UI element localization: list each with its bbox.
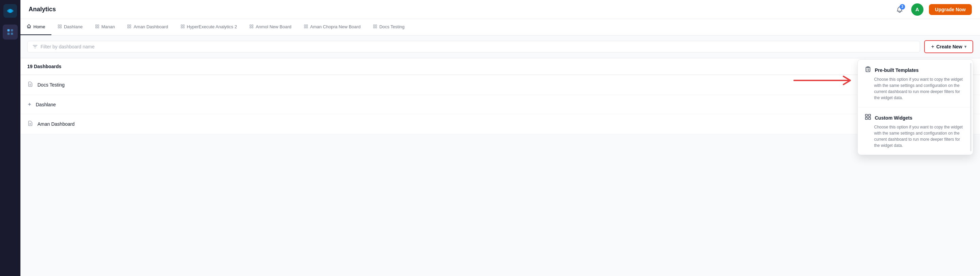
tab-aman-dashboard[interactable]: Aman Dashboard xyxy=(121,19,174,35)
svg-rect-9 xyxy=(60,27,61,28)
tab-home-label: Home xyxy=(33,24,45,29)
svg-rect-16 xyxy=(128,27,129,28)
svg-rect-33 xyxy=(375,27,377,28)
svg-rect-7 xyxy=(60,24,61,26)
dashboard-list: 19 Dashboards Docs Testing ✦ Dashlane Am… xyxy=(21,58,980,134)
svg-rect-15 xyxy=(130,24,131,26)
list-item[interactable]: Docs Testing xyxy=(21,75,980,95)
prebuilt-title: Pre-built Templates xyxy=(875,67,919,73)
svg-point-1 xyxy=(8,9,12,13)
svg-rect-20 xyxy=(181,27,182,28)
plus-icon: + xyxy=(931,44,934,50)
svg-rect-6 xyxy=(58,24,59,26)
prebuilt-desc: Choose this option if you want to copy t… xyxy=(865,76,966,101)
svg-rect-25 xyxy=(252,27,253,28)
sidebar xyxy=(0,0,21,276)
svg-rect-4 xyxy=(8,33,10,35)
svg-rect-11 xyxy=(97,24,99,26)
list-item-icon-1 xyxy=(27,81,33,89)
tab-aman-chopra[interactable]: Aman Chopra New Board xyxy=(298,19,367,35)
svg-rect-13 xyxy=(97,27,99,28)
list-item-name-3: Aman Dashboard xyxy=(37,121,954,127)
svg-rect-10 xyxy=(95,24,97,26)
svg-rect-27 xyxy=(306,24,307,26)
sidebar-item-analytics[interactable] xyxy=(3,24,18,40)
avatar[interactable]: A xyxy=(911,3,923,16)
svg-rect-21 xyxy=(183,27,184,28)
filter-input-wrapper[interactable]: Filter by dashboard name xyxy=(27,41,920,53)
topbar: Analytics 3 A Upgrade Now xyxy=(21,0,980,19)
custom-title: Custom Widgets xyxy=(875,115,912,121)
tab-anmol-label: Anmol New Board xyxy=(256,24,291,29)
svg-rect-28 xyxy=(304,27,305,28)
tab-manan-label: Manan xyxy=(102,24,115,29)
list-item[interactable]: Aman Dashboard 1 hour ago xyxy=(21,114,980,134)
tab-anmol[interactable]: Anmol New Board xyxy=(243,19,298,35)
create-new-dropdown: Pre-built Templates Choose this option i… xyxy=(858,59,973,155)
list-item-name-2: Dashlane xyxy=(36,102,973,107)
tab-docs-label: Docs Testing xyxy=(379,24,404,29)
template-icon xyxy=(865,66,871,74)
dropdown-item-prebuilt[interactable]: Pre-built Templates Choose this option i… xyxy=(858,60,973,107)
svg-rect-36 xyxy=(865,118,868,120)
svg-rect-30 xyxy=(374,24,375,26)
create-new-button[interactable]: + Create New ▾ xyxy=(924,40,973,53)
dashboard-count: 19 Dashboards xyxy=(21,58,980,75)
upgrade-button[interactable]: Upgrade Now xyxy=(929,4,972,15)
tab-home[interactable]: Home xyxy=(21,19,51,35)
dropdown-item-header-2: Custom Widgets xyxy=(865,113,966,122)
svg-rect-34 xyxy=(865,115,868,116)
app-logo[interactable] xyxy=(3,4,17,18)
tab-hyperexecute[interactable]: HyperExecute Analytics 2 xyxy=(174,19,243,35)
filter-bar: Filter by dashboard name + Create New ▾ xyxy=(21,35,980,58)
dropdown-item-custom[interactable]: Custom Widgets Choose this option if you… xyxy=(858,107,973,155)
svg-rect-24 xyxy=(250,27,251,28)
tab-hyperexecute-label: HyperExecute Analytics 2 xyxy=(187,24,237,29)
notification-badge: 3 xyxy=(900,4,905,10)
page-title: Analytics xyxy=(29,6,894,13)
dashboard-icon-7 xyxy=(373,24,377,30)
svg-rect-31 xyxy=(375,24,377,26)
svg-rect-3 xyxy=(11,29,13,31)
svg-rect-23 xyxy=(252,24,253,26)
dashboard-icon-5 xyxy=(249,24,254,30)
dashboard-icon-1 xyxy=(57,24,62,30)
custom-widget-icon xyxy=(865,113,871,122)
svg-rect-22 xyxy=(250,24,251,26)
svg-rect-12 xyxy=(95,27,97,28)
tab-manan[interactable]: Manan xyxy=(89,19,121,35)
svg-rect-26 xyxy=(304,24,305,26)
list-item-icon-3 xyxy=(27,120,33,128)
custom-desc: Choose this option if you want to copy t… xyxy=(865,124,966,148)
dashboard-icon-3 xyxy=(127,24,131,30)
dashboard-icon-6 xyxy=(304,24,308,30)
list-item-name-1: Docs Testing xyxy=(37,82,973,88)
notification-button[interactable]: 3 xyxy=(894,3,906,16)
tabbar: Home Dashlane Manan Aman Dashboard Hyper… xyxy=(21,19,980,35)
svg-rect-17 xyxy=(130,27,131,28)
dashboard-icon-2 xyxy=(95,24,99,30)
svg-rect-8 xyxy=(58,27,59,28)
tab-dashlane[interactable]: Dashlane xyxy=(51,19,89,35)
create-new-label: Create New xyxy=(936,44,962,49)
list-item[interactable]: ✦ Dashlane xyxy=(21,95,980,114)
filter-placeholder: Filter by dashboard name xyxy=(41,44,95,49)
tab-aman-label: Aman Dashboard xyxy=(134,24,168,29)
svg-rect-37 xyxy=(869,118,871,120)
main-content: Analytics 3 A Upgrade Now Home xyxy=(21,0,980,276)
tab-aman-chopra-label: Aman Chopra New Board xyxy=(310,24,361,29)
filter-icon xyxy=(32,44,38,49)
svg-rect-29 xyxy=(306,27,307,28)
svg-rect-19 xyxy=(183,24,184,26)
list-item-icon-2: ✦ xyxy=(27,101,32,108)
home-icon xyxy=(27,24,31,30)
svg-rect-5 xyxy=(11,33,13,35)
svg-rect-35 xyxy=(869,115,871,116)
chevron-down-icon: ▾ xyxy=(964,44,966,49)
svg-rect-2 xyxy=(8,29,10,31)
dropdown-item-header-1: Pre-built Templates xyxy=(865,66,966,74)
tab-docs-testing[interactable]: Docs Testing xyxy=(367,19,410,35)
tab-dashlane-label: Dashlane xyxy=(64,24,83,29)
content-area: Filter by dashboard name + Create New ▾ … xyxy=(21,35,980,276)
dashboard-icon-4 xyxy=(180,24,185,30)
